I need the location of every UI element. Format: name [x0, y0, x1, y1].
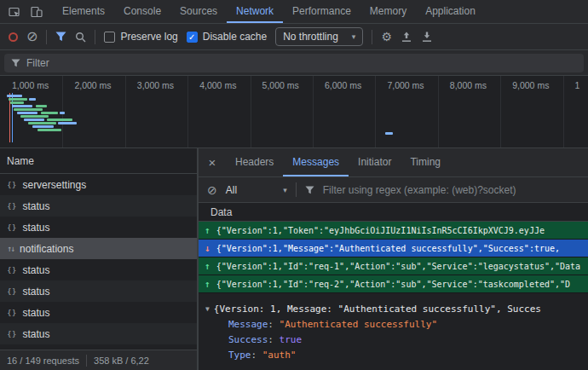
waterfall-bar [385, 132, 393, 135]
property-value: true [280, 334, 303, 345]
device-toolbar-icon[interactable] [31, 6, 43, 18]
timeline-label: 3,000 ms [137, 80, 174, 90]
expand-arrow-icon[interactable]: ▼ [205, 305, 210, 313]
record-network-log-button[interactable] [9, 32, 18, 42]
request-name: status [22, 264, 49, 276]
message-text: {"Version":1,"Id":"req-1","Action":"sub"… [216, 262, 580, 271]
throttling-select[interactable]: No throttling ▾ [275, 27, 363, 46]
network-conditions-icon[interactable]: ⚙ [381, 31, 392, 43]
funnel-icon [305, 186, 314, 194]
timeline-gridline [563, 76, 564, 147]
timeline-gridline [313, 76, 314, 147]
clear-network-log-icon[interactable]: ⊘ [26, 30, 37, 43]
toolbar-divider [296, 182, 297, 197]
disable-cache-checkbox[interactable]: ✓ [187, 32, 198, 43]
tab-network[interactable]: Network [227, 0, 283, 23]
timeline-gridline [375, 76, 376, 147]
clear-messages-icon[interactable]: ⊘ [207, 184, 217, 196]
request-row[interactable]: {}status [0, 217, 197, 238]
property-value: "auth" [262, 350, 297, 361]
request-row[interactable]: {}status [0, 323, 197, 344]
tab-memory[interactable]: Memory [360, 0, 416, 23]
preview-root[interactable]: ▼ {Version: 1, Message: "Authenticated s… [205, 301, 588, 316]
timeline-gridline [125, 76, 126, 147]
detail-tab-headers[interactable]: Headers [226, 148, 283, 176]
preserve-log-checkbox[interactable] [104, 32, 115, 43]
disable-cache-control[interactable]: ✓ Disable cache [187, 31, 267, 43]
request-row[interactable]: {}serversettings [0, 174, 197, 195]
filter-toggle-icon[interactable] [55, 32, 66, 42]
waterfall-bar [60, 112, 65, 114]
detail-tab-strip: HeadersMessagesInitiatorTiming [226, 148, 450, 176]
tree-property: Success: true [205, 332, 588, 347]
message-type-select[interactable]: All ▾ [226, 184, 287, 196]
timeline-canvas[interactable]: 1,000 ms2,000 ms3,000 ms4,000 ms5,000 ms… [0, 76, 588, 148]
request-name: serversettings [22, 179, 86, 191]
waterfall-bar [24, 119, 44, 121]
data-column-header[interactable]: Data [199, 203, 588, 222]
data-column-label: Data [210, 206, 232, 218]
network-filter-input[interactable]: Filter [4, 54, 584, 72]
preserve-log-control[interactable]: Preserve log [104, 31, 177, 43]
tab-performance[interactable]: Performance [283, 0, 360, 23]
waterfall-bar [10, 101, 24, 104]
timeline-label: 2,000 ms [74, 80, 111, 90]
message-row[interactable]: ↑{"Version":1,"Id":"req-1","Action":"sub… [199, 257, 588, 275]
inspect-element-icon[interactable] [9, 6, 20, 18]
import-har-icon[interactable] [401, 32, 412, 43]
json-icon: {} [7, 180, 16, 189]
waterfall-bar [36, 105, 47, 107]
request-row[interactable]: {}status [0, 302, 197, 323]
network-summary-bar: 16 / 149 requests 358 kB / 6,22 [0, 350, 197, 370]
detail-tab-initiator[interactable]: Initiator [349, 148, 401, 176]
waterfall-bar [58, 122, 77, 124]
timeline-label: 4,000 ms [199, 80, 236, 90]
message-row[interactable]: ↓{"Version":1,"Message":"Authenticated s… [199, 240, 588, 257]
tab-elements[interactable]: Elements [53, 0, 114, 23]
timeline-gridline [187, 76, 188, 147]
timeline-label: 7,000 ms [387, 80, 424, 90]
preview-properties: Message: "Authenticated successfully"Suc… [205, 316, 588, 362]
waterfall-bar [20, 115, 49, 118]
network-filter-placeholder: Filter [26, 57, 49, 69]
timeline-gridline [438, 76, 439, 147]
waterfall-bar [47, 119, 72, 121]
timeline-label: 1 [575, 80, 580, 90]
request-row[interactable]: {}status [0, 259, 197, 280]
request-list: {}serversettings{}status{}status↑↓notifi… [0, 174, 197, 350]
throttling-value: No throttling [283, 31, 338, 43]
preserve-log-label: Preserve log [120, 31, 177, 43]
regex-filter-input[interactable]: Filter using regex (example: (web)?socke… [323, 184, 516, 196]
summary-divider [86, 355, 87, 367]
network-toolbar: ⊘ Preserve log ✓ Disable cache No thrott… [0, 24, 588, 50]
devtools-tab-bar: ElementsConsoleSourcesNetworkPerformance… [0, 0, 588, 24]
request-name: notifications [20, 243, 73, 255]
search-icon[interactable] [75, 32, 86, 43]
property-colon: : [251, 350, 262, 361]
tab-application[interactable]: Application [416, 0, 485, 23]
json-icon: {} [7, 329, 16, 338]
name-column-header[interactable]: Name [0, 148, 197, 174]
name-column-label: Name [7, 155, 34, 167]
timeline-gridline [251, 76, 251, 147]
request-row[interactable]: ↑↓notifications [0, 238, 197, 259]
request-row[interactable]: {}status [0, 195, 197, 217]
request-name: status [22, 200, 49, 212]
tab-sources[interactable]: Sources [170, 0, 227, 23]
export-har-icon[interactable] [421, 32, 433, 43]
tab-console[interactable]: Console [114, 0, 170, 23]
close-icon[interactable]: × [199, 148, 226, 176]
timeline-gridline [500, 76, 501, 147]
waterfall-bar [29, 98, 36, 101]
message-row[interactable]: ↑{"Version":1,"Token":"eyJhbGciOiJIUzI1N… [199, 222, 588, 240]
request-row[interactable]: {}status [0, 280, 197, 302]
timeline-label: 6,000 ms [325, 80, 361, 90]
detail-tab-timing[interactable]: Timing [401, 148, 450, 176]
message-row[interactable]: ↑{"Version":1,"Id":"req-2","Action":"sub… [199, 275, 588, 293]
waterfall-bar [37, 129, 61, 131]
request-detail-panel: × HeadersMessagesInitiatorTiming ⊘ All ▾… [198, 148, 588, 370]
waterfall-bar [41, 112, 58, 114]
waterfall-bar [7, 95, 22, 97]
chevron-down-icon: ▾ [352, 32, 356, 41]
detail-tab-messages[interactable]: Messages [283, 148, 349, 176]
